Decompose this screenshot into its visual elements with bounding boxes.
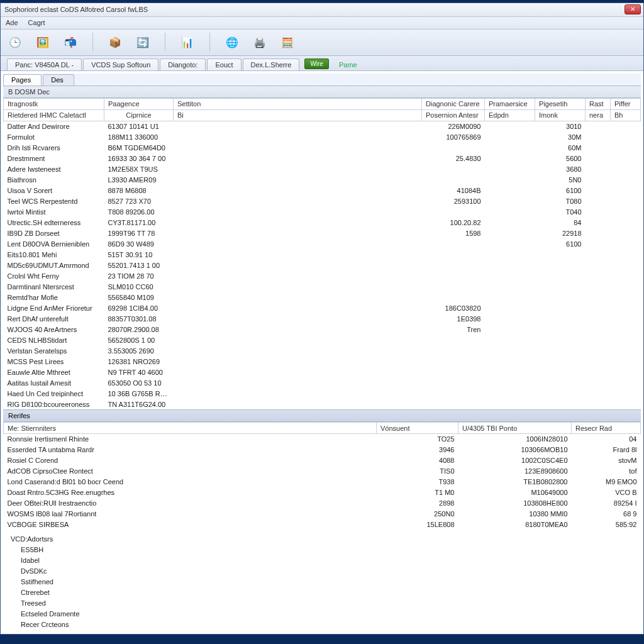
client-area: Pages Des B DOSM Dec Itragnostk Paagence… xyxy=(1,71,643,634)
table-row[interactable]: Doast Rntro.5C3HG Ree.enugrhesT1 M0M1064… xyxy=(4,487,641,498)
table-row[interactable]: IB9D ZB Dorseet1999T96 TT 78159822918 xyxy=(4,228,641,238)
col-7[interactable]: Piffer xyxy=(611,98,641,109)
menu-item-0[interactable]: Ade xyxy=(6,19,18,26)
tab-2[interactable]: Diangoto: xyxy=(160,58,206,70)
tree-item[interactable]: Sstifhened xyxy=(21,577,641,587)
table-row[interactable]: Adere Iwsteneest1M2E58X T9US3680 xyxy=(4,164,641,174)
table-row[interactable]: CEDS NLHBStidart5652800S 1 00 xyxy=(4,335,641,345)
globe-icon[interactable]: 🌐 xyxy=(224,34,240,50)
tab-1[interactable]: VCDS Sup Softoun xyxy=(83,58,158,70)
tab-6[interactable]: Pame xyxy=(333,59,364,70)
tree-item[interactable]: Ectseled Dramente xyxy=(21,609,641,619)
section-label: B DOSM Dec xyxy=(3,86,641,98)
col-0[interactable]: Itragnostk xyxy=(4,98,104,109)
subtabs: Pages Des xyxy=(3,74,641,86)
tree-item[interactable]: DvSDKc xyxy=(21,566,641,577)
col2-7[interactable]: Bh xyxy=(611,109,641,121)
col2-4[interactable]: Edpdn xyxy=(485,109,535,121)
detail-grid: Me: Stiernniters Vónsuent U/4305 TBI Pon… xyxy=(3,422,641,530)
table-row[interactable]: Formulot188M11 33600010076586930M xyxy=(4,131,641,142)
col-2[interactable]: Settiton xyxy=(174,98,422,109)
dcol-2[interactable]: U/4305 TBI Ponto xyxy=(458,423,572,434)
table-row[interactable]: Utrectic.SH edterneressCY3T.81171.00100.… xyxy=(4,217,641,228)
table-row[interactable]: Remtd'har Mofie5565840 M109 xyxy=(4,292,641,303)
main-grid: Itragnostk Paagence Settiton Diagnonic C… xyxy=(3,98,641,410)
tree-item[interactable]: Treesed xyxy=(21,598,641,609)
tree-item[interactable]: Idabel xyxy=(21,555,641,566)
table-row[interactable]: MD5c69UDMUT.Amrmond55201.7413 1 00 xyxy=(4,260,641,270)
main-window: Sophoriord eclast CoDS Alfotred Carsol f… xyxy=(0,3,644,635)
menubar: Ade Cagrt xyxy=(1,17,643,30)
col2-0[interactable]: Rietdered IHMC Caletactl xyxy=(4,109,104,121)
mail-icon[interactable]: 📬 xyxy=(62,34,79,50)
table-row[interactable]: Esserded TA untabma Rardr3946103066MOB10… xyxy=(4,445,641,455)
tab-0[interactable]: Panc: V8450A DL - xyxy=(7,58,82,70)
col-3[interactable]: Diagnonic Carere xyxy=(422,98,485,109)
col-4[interactable]: Pramaersice xyxy=(485,98,535,109)
tree-root[interactable]: VCD:Adortsrs xyxy=(11,534,641,545)
table-row[interactable]: Haed Un Ced treipinhect10 36B G765B R703 xyxy=(4,388,641,399)
tab-3[interactable]: Eouct xyxy=(207,58,241,70)
table-row[interactable]: Darmtinanl NtersrcestSLM010 CC60 xyxy=(4,281,641,292)
table-row[interactable]: Ronnsie Irertismenl RhinteTO251006IN2801… xyxy=(4,434,641,445)
subtab-0[interactable]: Pages xyxy=(3,74,42,86)
dcol-0[interactable]: Me: Stiernniters xyxy=(4,423,377,434)
tab-btn[interactable]: Wire xyxy=(304,58,329,69)
tree-item[interactable]: Recer Crcteons xyxy=(21,619,641,630)
table-row[interactable]: Teel WCS Rerpestentd8527 723 X702593100T… xyxy=(4,196,641,206)
dcol-3[interactable]: Resecr Rad xyxy=(572,423,641,434)
table-row[interactable]: Eits10.801 Mehi515T 30.91 10 xyxy=(4,249,641,260)
table-row[interactable]: Lent D80OVA Bernieniblen86D9 30 W4896100 xyxy=(4,238,641,249)
window-title: Sophoriord eclast CoDS Alfotred Carsol f… xyxy=(4,6,148,13)
table-row[interactable]: Iwrtoi MintistT808 89206.00T040 xyxy=(4,206,641,217)
box-icon[interactable]: 📦 xyxy=(107,34,123,50)
tree: VCD:Adortsrs ES5BHIdabelDvSDKcSstifhened… xyxy=(3,530,641,634)
table-row[interactable]: Uisoa V Sorert8878 M680841084B6100 xyxy=(4,185,641,196)
tree-item[interactable]: ES5BH xyxy=(21,545,641,555)
clock-icon[interactable]: 🕒 xyxy=(7,34,23,50)
table-row[interactable]: Lidgne End AnMer Frioretur69298 1CIB4.00… xyxy=(4,303,641,313)
calculator-icon[interactable]: 🧮 xyxy=(279,34,296,50)
subtab-1[interactable]: Des xyxy=(43,74,74,86)
dcol-1[interactable]: Vónsuent xyxy=(377,423,458,434)
printer-icon[interactable]: 🖨️ xyxy=(252,34,268,50)
col2-5[interactable]: Imonk xyxy=(535,109,586,121)
table-row[interactable]: Deer OBtei:RUll Irestraenctio2898103808H… xyxy=(4,498,641,509)
table-row[interactable]: Eauwle Altie MthreetN9 TFRT 40 4600 xyxy=(4,367,641,377)
table-row[interactable]: WJOOS 40 AreArtners28070R.2900.08Tren xyxy=(4,324,641,335)
col2-3[interactable]: Posernion Antesr xyxy=(422,109,485,121)
table-row[interactable]: Rosiel C Corend40881002C0SC4E0stovM xyxy=(4,455,641,466)
col-1[interactable]: Paagence xyxy=(104,98,174,109)
table-row[interactable]: WOSMS lB08 laal 7Rortiannt250N010380 MMI… xyxy=(4,509,641,519)
table-row[interactable]: MCSS Pest Lirees126381 NRO269 xyxy=(4,356,641,367)
panel2-header: Rerifes xyxy=(3,409,641,422)
refresh-icon[interactable]: 🔄 xyxy=(135,34,151,50)
tabstrip: Panc: V8450A DL - VCDS Sup Softoun Diang… xyxy=(1,56,643,71)
table-row[interactable]: Drestmment16933 30 364 7 0025.48305600 xyxy=(4,153,641,164)
table-row[interactable]: Datter And Dewirore61307 10141 U1226M009… xyxy=(4,121,641,131)
table-row[interactable]: VCBOGE SIRBESA15LE8088180T0MEA0585:92 xyxy=(4,519,641,530)
col2-6[interactable]: nera xyxy=(586,109,611,121)
toolbar: 🕒 🖼️ 📬 📦 🔄 📊 🌐 🖨️ 🧮 xyxy=(1,30,643,56)
table-row[interactable]: AdCOB CiprsoCtee RontectTIS0123E8908600t… xyxy=(4,466,641,477)
titlebar: Sophoriord eclast CoDS Alfotred Carsol f… xyxy=(1,3,643,17)
table-row[interactable]: BiathrosnL3930 AMER095N0 xyxy=(4,174,641,185)
table-row[interactable]: Rert DhAf unterefult88357T0301.081E0398 xyxy=(4,313,641,324)
menu-item-1[interactable]: Cagrt xyxy=(28,19,45,26)
col-6[interactable]: Rast xyxy=(586,98,611,109)
table-row[interactable]: Drih Isti RcvarersB6M TGDEM64D060M xyxy=(4,142,641,153)
table-row[interactable]: Crolnl Wht Ferny23 TIOM 28 70 xyxy=(4,270,641,281)
table-row[interactable]: Lond Caserand:d Bl01 b0 bocr CeendT938TE… xyxy=(4,477,641,487)
tab-4[interactable]: Dex.L.Sherre xyxy=(243,58,300,70)
table-row[interactable]: Aatitas Iustail Amesit653050 O0 53 10 xyxy=(4,377,641,388)
table-row[interactable]: Verlstan Seratelsps3.553005 2690 xyxy=(4,345,641,356)
close-button[interactable]: ✕ xyxy=(625,4,641,14)
col-5[interactable]: Pigesetih xyxy=(535,98,586,109)
tree-item[interactable]: Ctrerebet xyxy=(21,587,641,598)
col2-1[interactable]: Ciprnice xyxy=(104,109,174,121)
table-row[interactable]: RIG D8100:bcoureeronessTN A311T6G24.00 xyxy=(4,399,641,409)
col2-2[interactable]: Bi xyxy=(174,109,422,121)
picture-icon[interactable]: 🖼️ xyxy=(35,34,51,50)
spreadsheet-icon[interactable]: 📊 xyxy=(179,34,196,50)
